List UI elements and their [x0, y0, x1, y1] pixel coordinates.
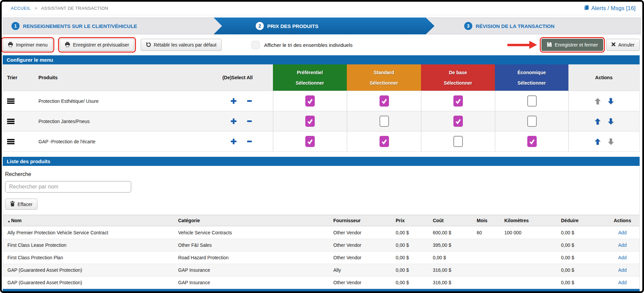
- product-name: GAP -Protection de l'écarte: [38, 139, 95, 144]
- cell-categorie: GAP Insurance: [178, 267, 333, 273]
- column-header-fournisseur[interactable]: Fournisseur: [333, 218, 396, 223]
- tier-checkbox[interactable]: [527, 136, 537, 147]
- tier-checkbox[interactable]: [380, 116, 389, 127]
- toolbar: Imprimer menu Enregistrer et prévisualis…: [3, 38, 640, 52]
- product-table-row: First Class Protection Plan Road Hazard …: [3, 251, 639, 264]
- product-table-row: Ally Premier Protection Vehicle Service …: [3, 226, 639, 239]
- column-header-tier-de-base: De base Sélectionner: [421, 64, 495, 91]
- cell-kilometres: 100 000: [504, 230, 561, 235]
- show-sort-checkbox[interactable]: [251, 41, 260, 49]
- product-table: ▲Nom Catégorie Fournisseur Prix Coût Moi…: [3, 215, 639, 289]
- save-preview-button[interactable]: Enregistrer et prévisualiser: [60, 39, 134, 51]
- step-tab-2-active[interactable]: 2 PRIX DES PRODUITS: [214, 18, 435, 34]
- x-icon: [611, 42, 616, 48]
- search-label: Recherche: [3, 171, 639, 177]
- tier-select-all-link[interactable]: Sélectionner: [296, 80, 324, 86]
- cell-categorie: GAP Insurance: [178, 280, 333, 285]
- column-header-kilometres[interactable]: Kilomètres: [504, 218, 561, 223]
- column-header-deselect-all: (De)Select All: [202, 64, 273, 91]
- step-2-label: PRIX DES PRODUITS: [267, 23, 318, 29]
- wizard-steps: 1 RENSEIGNEMENTS SUR LE CLIENT/VÉHICULE …: [3, 18, 640, 34]
- select-all-row-icon[interactable]: [230, 138, 237, 145]
- add-link[interactable]: Add: [618, 230, 627, 235]
- cell-fournisseur: Other Vendor: [333, 230, 396, 235]
- cell-deduire: 0,00 $: [561, 255, 606, 260]
- product-list-panel: Recherche Effacer ▲Nom Catégorie Fournis…: [3, 166, 640, 289]
- tier-name: De base: [449, 70, 467, 75]
- cell-prix: 0,00 $: [396, 230, 433, 235]
- configure-menu-title: Configurer le menu: [7, 57, 53, 63]
- drag-handle-icon[interactable]: [7, 139, 15, 144]
- product-table-row: GAP (Guaranteed Asset Protection) GAP In…: [3, 276, 639, 289]
- trash-icon: [10, 201, 15, 207]
- move-down-icon[interactable]: [608, 98, 614, 105]
- move-up-icon[interactable]: [595, 118, 600, 125]
- select-all-row-icon[interactable]: [230, 98, 237, 104]
- save-close-button[interactable]: Enregistrer et fermer: [541, 39, 603, 51]
- print-menu-button[interactable]: Imprimer menu: [3, 39, 53, 51]
- tier-select-all-link[interactable]: Sélectionner: [444, 80, 472, 86]
- deselect-all-row-icon[interactable]: [247, 118, 252, 124]
- column-header-categorie[interactable]: Catégorie: [178, 218, 333, 223]
- column-header-deduire[interactable]: Déduire: [561, 218, 606, 223]
- column-header-nom[interactable]: ▲Nom: [3, 218, 178, 223]
- config-table-row: GAP -Protection de l'écarte: [3, 131, 639, 151]
- configure-menu-table-body: Protection Esthétique/ Usure Protection …: [3, 91, 639, 151]
- alerts-msgs-link[interactable]: Alerts / Msgs [16]: [584, 5, 636, 12]
- search-input[interactable]: [5, 181, 131, 193]
- top-bar: ACCUEIL > ASSISTANT DE TRANSACTION Alert…: [3, 2, 640, 15]
- column-header-mois[interactable]: Mois: [477, 218, 504, 223]
- breadcrumb-home-link[interactable]: ACCUEIL: [11, 6, 31, 11]
- tier-checkbox[interactable]: [453, 136, 463, 147]
- printer-icon: [8, 42, 13, 48]
- cell-mois: 60: [477, 230, 504, 235]
- breadcrumb: ACCUEIL > ASSISTANT DE TRANSACTION: [11, 6, 108, 11]
- step-tab-3[interactable]: 3 RÉVISION DE LA TRANSACTION: [426, 18, 641, 34]
- column-header-tier-preferentiel: Préférentiel Sélectionner: [273, 64, 347, 91]
- tier-checkbox[interactable]: [380, 95, 389, 107]
- move-up-icon[interactable]: [595, 98, 600, 105]
- move-down-icon[interactable]: [608, 138, 614, 145]
- deselect-all-row-icon[interactable]: [247, 98, 252, 104]
- column-header-cout[interactable]: Coût: [433, 218, 477, 223]
- move-down-icon[interactable]: [608, 118, 614, 125]
- column-header-prix[interactable]: Prix: [396, 218, 433, 223]
- add-link[interactable]: Add: [618, 267, 627, 273]
- select-all-row-icon[interactable]: [230, 118, 237, 124]
- tier-checkbox[interactable]: [527, 116, 537, 127]
- clear-button[interactable]: Effacer: [5, 199, 37, 210]
- cancel-button[interactable]: Annuler: [606, 39, 640, 51]
- cell-nom: GAP (Guaranteed Asset Protection): [3, 280, 178, 285]
- add-link[interactable]: Add: [618, 242, 627, 248]
- tier-checkbox[interactable]: [305, 136, 315, 147]
- cell-deduire: 0,00 $: [561, 230, 606, 235]
- configure-menu-header: Configurer le menu: [3, 55, 640, 64]
- cell-categorie: Vehicle Service Contracts: [178, 230, 333, 235]
- tier-name: Préférentiel: [297, 70, 323, 75]
- tier-checkbox[interactable]: [305, 116, 315, 127]
- deselect-all-row-icon[interactable]: [247, 138, 252, 145]
- cell-categorie: Road Hazard Protection: [178, 255, 333, 260]
- cell-nom: First Class Protection Plan: [3, 255, 178, 260]
- reset-defaults-button[interactable]: Rétablir les valeurs par défaut: [141, 39, 222, 51]
- drag-handle-icon[interactable]: [7, 98, 15, 104]
- tier-select-all-link[interactable]: Sélectionner: [370, 80, 398, 86]
- tier-checkbox[interactable]: [380, 136, 389, 147]
- tier-checkbox[interactable]: [305, 95, 315, 107]
- tier-checkbox[interactable]: [453, 116, 463, 127]
- tier-checkbox[interactable]: [453, 95, 463, 107]
- drag-handle-icon[interactable]: [7, 119, 15, 124]
- cell-fournisseur: Other Vendor: [333, 280, 396, 285]
- move-up-icon[interactable]: [595, 138, 600, 145]
- save-icon: [547, 42, 552, 48]
- add-link[interactable]: Add: [618, 280, 627, 285]
- add-link[interactable]: Add: [618, 255, 627, 260]
- printer-icon: [65, 42, 70, 48]
- cell-cout: 600,00 $: [433, 230, 477, 235]
- cell-prix: 0,00 $: [396, 280, 433, 285]
- annotation-arrow: [507, 41, 537, 49]
- tier-name: Standard: [374, 70, 394, 75]
- tier-select-all-link[interactable]: Sélectionner: [517, 80, 546, 86]
- step-tab-1[interactable]: 1 RENSEIGNEMENTS SUR LE CLIENT/VÉHICULE: [3, 18, 222, 34]
- tier-checkbox[interactable]: [527, 95, 537, 107]
